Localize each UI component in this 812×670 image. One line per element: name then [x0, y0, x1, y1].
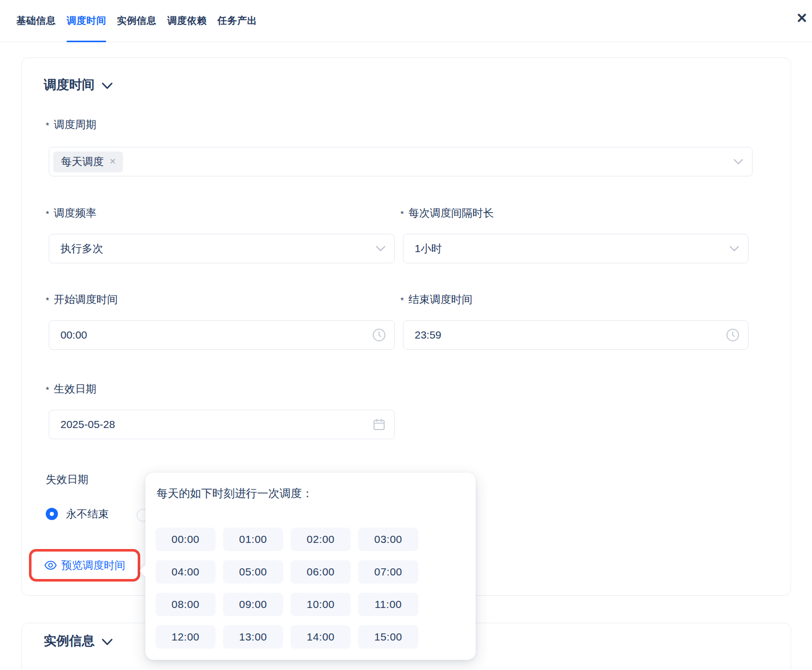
time-chip: 14:00 — [291, 625, 351, 649]
time-chip: 03:00 — [358, 528, 418, 551]
time-chip: 00:00 — [155, 528, 215, 551]
tab-instance-info[interactable]: 实例信息 — [117, 0, 157, 42]
tab-schedule-time[interactable]: 调度时间 — [67, 0, 106, 42]
interval-select[interactable]: 1小时 — [403, 234, 748, 263]
effective-date-input[interactable]: 2025-05-28 — [49, 410, 395, 439]
tab-schedule-dependency[interactable]: 调度依赖 — [167, 0, 207, 42]
time-chip: 15:00 — [358, 625, 418, 649]
tab-basic-info[interactable]: 基础信息 — [16, 0, 56, 42]
end-time-input[interactable]: 23:59 — [403, 320, 748, 350]
schedule-preview-popover: 每天的如下时刻进行一次调度： 00:00 01:00 02:00 03:00 0… — [145, 473, 476, 660]
interval-label: * 每次调度间隔时长 — [400, 205, 494, 221]
tag-remove-icon[interactable]: ✕ — [109, 158, 116, 166]
expire-date-label: 失效日期 — [46, 472, 88, 487]
chevron-down-icon — [729, 246, 739, 252]
time-chip: 07:00 — [358, 560, 418, 584]
schedule-period-select[interactable]: 每天调度 ✕ — [49, 147, 753, 176]
instance-section-header: 实例信息 — [44, 632, 113, 649]
period-label: * 调度周期 — [46, 117, 97, 132]
time-chip: 05:00 — [223, 560, 283, 584]
time-chip: 13:00 — [223, 625, 283, 649]
time-chip: 09:00 — [223, 593, 283, 616]
preview-schedule-link[interactable]: 预览调度时间 — [44, 558, 126, 572]
required-marker: * — [46, 118, 49, 134]
time-chip: 11:00 — [358, 593, 418, 616]
popover-title: 每天的如下时刻进行一次调度： — [157, 486, 313, 501]
time-chip: 04:00 — [155, 560, 215, 584]
start-time-input[interactable]: 00:00 — [49, 320, 395, 350]
never-end-radio[interactable]: 永不结束 — [46, 507, 109, 521]
selected-period-tag: 每天调度 ✕ — [53, 151, 123, 172]
scheduling-dialog: 基础信息 调度时间 实例信息 调度依赖 任务产出 ✕ 调度时间 * 调度周期 每… — [0, 0, 812, 670]
time-chip: 02:00 — [291, 528, 351, 551]
end-time-label: * 结束调度时间 — [400, 292, 473, 307]
schedule-times-grid: 00:00 01:00 02:00 03:00 04:00 05:00 06:0… — [155, 528, 418, 649]
instance-section-title: 实例信息 — [44, 632, 95, 649]
frequency-select[interactable]: 执行多次 — [49, 234, 395, 263]
tab-bar: 基础信息 调度时间 实例信息 调度依赖 任务产出 — [0, 0, 812, 42]
close-button[interactable]: ✕ — [792, 8, 812, 28]
radio-selected-icon — [46, 508, 58, 520]
calendar-icon — [372, 418, 386, 431]
tab-task-output[interactable]: 任务产出 — [217, 0, 257, 42]
schedule-section-header: 调度时间 — [44, 76, 113, 93]
start-time-label: * 开始调度时间 — [46, 292, 118, 307]
never-end-label: 永不结束 — [66, 507, 109, 521]
time-chip: 01:00 — [223, 528, 283, 551]
time-chip: 12:00 — [155, 625, 215, 649]
chevron-down-icon — [376, 246, 386, 252]
eye-icon — [44, 561, 57, 570]
frequency-label: * 调度频率 — [46, 205, 97, 221]
effective-date-label: * 生效日期 — [46, 381, 97, 397]
chevron-down-icon[interactable] — [102, 636, 113, 646]
time-chip: 06:00 — [291, 560, 351, 584]
chevron-down-icon[interactable] — [102, 80, 113, 89]
time-chip: 08:00 — [155, 593, 215, 616]
clock-icon — [372, 328, 386, 342]
time-chip: 10:00 — [291, 593, 351, 616]
chevron-down-icon — [733, 159, 743, 165]
schedule-section-title: 调度时间 — [44, 76, 95, 93]
clock-icon — [726, 328, 739, 342]
